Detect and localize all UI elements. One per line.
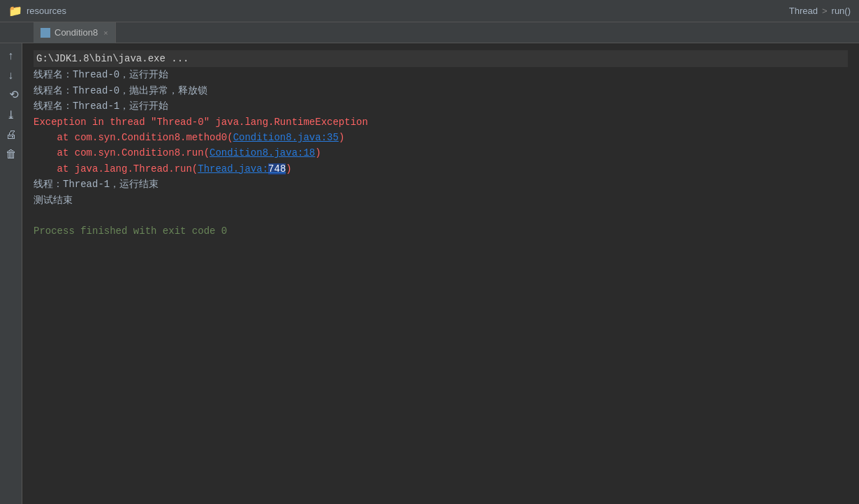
blank-line [34,208,848,223]
output-line-3: 线程名：Thread-1，运行开始 [34,98,848,114]
tab-label: Condition8 [54,27,98,38]
down-arrow-icon[interactable]: ↓ [3,68,19,84]
tab-file-icon [41,28,50,38]
main-area: ↑ ↓ ⟳ ⤓ 🖨 🗑 G:\JDK1.8\bin\java.exe ... 线… [0,43,859,504]
output-line-5: 测试结束 [34,193,848,208]
condition8-link-2[interactable]: Condition8.java:18 [210,147,315,158]
stacktrace-line-1: at com.syn.Condition8.method0(Condition8… [34,130,848,145]
sidebar: ↑ ↓ ⟳ ⤓ 🖨 🗑 [0,43,22,504]
breadcrumb-run: run() [832,6,851,16]
console-output: G:\JDK1.8\bin\java.exe ... 线程名：Thread-0，… [22,43,859,504]
output-line-2: 线程名：Thread-0，抛出异常，释放锁 [34,83,848,98]
exception-line: Exception in thread "Thread-0" java.lang… [34,114,848,130]
download-icon[interactable]: ⤓ [3,108,19,123]
delete-icon[interactable]: 🗑 [3,147,19,162]
stacktrace-line-2: at com.syn.Condition8.run(Condition8.jav… [34,145,848,161]
condition8-link-1[interactable]: Condition8.java:35 [233,132,339,143]
output-line-4: 线程：Thread-1，运行结束 [34,177,848,192]
folder-icon: 📁 [8,4,22,17]
process-finished-line: Process finished with exit code 0 [34,223,848,239]
breadcrumb: Thread > run() [789,6,851,16]
print-icon[interactable]: 🖨 [3,127,19,142]
breadcrumb-thread: Thread [789,6,818,16]
tab-condition8[interactable]: Condition8 × [34,22,116,43]
thread-run-link[interactable]: Thread.java:748 [198,163,286,175]
line-number-highlight: 748 [268,163,286,175]
reload-icon[interactable]: ⟳ [3,88,19,103]
command-line: G:\JDK1.8\bin\java.exe ... [34,50,848,67]
tab-close-button[interactable]: × [103,29,108,37]
stacktrace-line-3: at java.lang.Thread.run(Thread.java:748) [34,161,848,177]
breadcrumb-sep: > [822,6,828,16]
top-bar: 📁 resources Thread > run() [0,0,859,22]
output-line-1: 线程名：Thread-0，运行开始 [34,67,848,82]
resources-text: resources [27,6,66,16]
tab-bar: Condition8 × [0,22,859,43]
resources-label: 📁 resources [8,4,66,17]
up-arrow-icon[interactable]: ↑ [3,49,19,64]
